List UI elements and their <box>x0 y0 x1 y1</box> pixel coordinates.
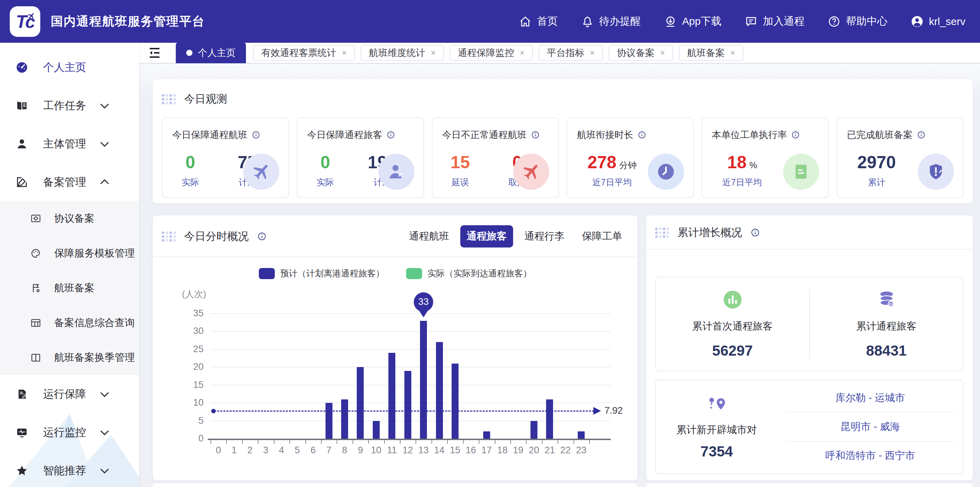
tab-close-icon[interactable]: × <box>431 49 436 57</box>
info-icon[interactable] <box>386 130 395 139</box>
y-tick-label: 30 <box>176 326 204 337</box>
tab-close-icon[interactable]: × <box>520 49 525 57</box>
info-icon[interactable] <box>531 130 540 139</box>
info-icon[interactable] <box>791 130 800 139</box>
bar-hour-10 <box>373 421 380 439</box>
x-tick-label: 22 <box>557 445 574 456</box>
stat-card-title: 已完成航班备案 <box>847 129 953 141</box>
chevron-up-icon <box>98 176 111 189</box>
nav-chat[interactable]: 加入通程 <box>745 14 805 29</box>
sidebar-subitem-label: 备案信息综合查询 <box>54 316 135 330</box>
bar-hour-21 <box>546 399 553 439</box>
x-tick <box>242 440 243 444</box>
sidebar-item[interactable]: 智能推荐 <box>0 452 139 487</box>
chart-tab[interactable]: 通程旅客 <box>460 225 513 247</box>
stat-label: 累计 <box>858 177 896 188</box>
gridline <box>210 313 611 314</box>
drag-handle-icon[interactable] <box>162 94 176 104</box>
peak-marker: 33 <box>414 292 433 317</box>
sidebar-item[interactable]: 工作任务 <box>0 86 139 125</box>
chart-tab[interactable]: 通程行李 <box>518 225 571 247</box>
sidebar-subitem[interactable]: 航班备案换季管理 <box>0 340 139 375</box>
city-pair-link[interactable]: 昆明市 - 威海 <box>786 412 954 441</box>
legend-item[interactable]: 实际（实际到达通程旅客） <box>406 268 532 279</box>
tab[interactable]: 个人主页 <box>176 42 246 63</box>
x-tick <box>479 440 479 444</box>
info-icon[interactable] <box>257 232 267 241</box>
tab-label: 通程保障监控 <box>458 46 514 59</box>
x-tick <box>274 440 274 444</box>
legend-item[interactable]: 预计（计划离港通程旅客） <box>259 268 385 279</box>
tab-close-icon[interactable]: × <box>730 49 735 57</box>
nav-help[interactable]: 帮助中心 <box>827 14 888 29</box>
x-tick <box>510 440 511 444</box>
stat-card-title: 本单位工单执行率 <box>712 129 818 141</box>
info-icon[interactable] <box>251 130 261 139</box>
tab-close-icon[interactable]: × <box>590 49 595 57</box>
stat-value: 0 <box>310 154 340 171</box>
tab-close-icon[interactable]: × <box>660 49 665 57</box>
city-pair-link[interactable]: 库尔勒 - 运城市 <box>786 384 954 412</box>
sidebar-item-label: 智能推荐 <box>43 463 86 478</box>
stat-label: 实际 <box>175 177 206 188</box>
tab-close-icon[interactable]: × <box>342 49 347 57</box>
nav-label: 帮助中心 <box>846 14 888 29</box>
nav-download[interactable]: App下载 <box>664 14 722 29</box>
stat: 0 实际 <box>310 154 340 188</box>
nav-home[interactable]: 首页 <box>519 14 558 29</box>
chevron-down-icon <box>98 388 111 401</box>
bell-icon <box>581 15 594 28</box>
drag-handle-icon[interactable] <box>655 228 669 238</box>
growth-stat-label: 累计首次通程旅客 <box>692 319 773 333</box>
x-tick-label: 17 <box>478 445 496 456</box>
barchart-icon <box>722 289 743 310</box>
info-icon[interactable] <box>638 130 646 139</box>
sidebar-subitem[interactable]: 协议备案 <box>0 201 139 236</box>
tab[interactable]: 航班备案× <box>679 45 743 61</box>
stat-card: 今日保障通程旅客 0 实际 190 计划 <box>297 118 424 198</box>
chevron-down-icon <box>98 464 111 477</box>
x-tick <box>337 440 337 444</box>
tab[interactable]: 平台指标× <box>538 45 603 61</box>
x-tick <box>368 440 369 444</box>
drag-handle-icon[interactable] <box>162 232 176 241</box>
tab[interactable]: 有效通程客票统计× <box>253 45 355 61</box>
info-icon[interactable] <box>917 130 926 139</box>
next-panel-peek <box>646 483 973 487</box>
x-tick <box>447 440 448 444</box>
average-line-dot <box>211 409 216 413</box>
average-line <box>214 410 594 412</box>
sidebar-item[interactable]: 备案管理 <box>0 163 139 201</box>
chart-tab[interactable]: 通程航班 <box>402 225 455 247</box>
x-tick-label: 13 <box>414 445 433 456</box>
city-pair-link[interactable]: 呼和浩特市 - 西宁市 <box>786 441 954 470</box>
x-tick-label: 0 <box>210 445 228 456</box>
nav-bell[interactable]: 待办提醒 <box>581 14 641 29</box>
shield-icon <box>918 154 954 190</box>
tab[interactable]: 协议备案× <box>609 45 673 61</box>
tab[interactable]: 航班维度统计× <box>361 45 444 61</box>
sidebar-subitem[interactable]: 保障服务模板管理 <box>0 236 139 271</box>
y-tick-label: 20 <box>176 361 204 372</box>
sidebar-item[interactable]: 个人主页 <box>0 48 139 86</box>
sidebar-item[interactable]: 主体管理 <box>0 125 139 163</box>
sidebar-item-label: 运行监控 <box>43 425 86 440</box>
sidebar-item[interactable]: 运行保障 <box>0 375 139 413</box>
city-pairs-card: 累计新开辟城市对 7354库尔勒 - 运城市昆明市 - 威海呼和浩特市 - 西宁… <box>655 380 964 474</box>
user-menu[interactable]: krl_serv <box>910 15 966 28</box>
stat-value: 0 <box>175 154 206 171</box>
main-area: 个人主页有效通程客票统计×航班维度统计×通程保障监控×平台指标×协议备案×航班备… <box>139 43 980 487</box>
collapse-sidebar-icon[interactable] <box>147 46 162 60</box>
tab-strip: 个人主页有效通程客票统计×航班维度统计×通程保障监控×平台指标×协议备案×航班备… <box>176 42 749 63</box>
sidebar-item[interactable]: 运行监控 <box>0 413 139 452</box>
sidebar-subitem[interactable]: 航班备案 <box>0 271 139 305</box>
sidebar-subitem[interactable]: 备案信息综合查询 <box>0 305 139 340</box>
chart-tab[interactable]: 保障工单 <box>576 225 628 247</box>
tab[interactable]: 通程保障监控× <box>450 45 533 61</box>
nav-label: 待办提醒 <box>599 14 641 29</box>
tab-label: 有效通程客票统计 <box>261 46 336 59</box>
book-icon <box>15 99 29 112</box>
city-pairs-label: 累计新开辟城市对 <box>676 423 757 437</box>
info-icon[interactable] <box>750 228 760 238</box>
x-tick <box>321 440 322 444</box>
